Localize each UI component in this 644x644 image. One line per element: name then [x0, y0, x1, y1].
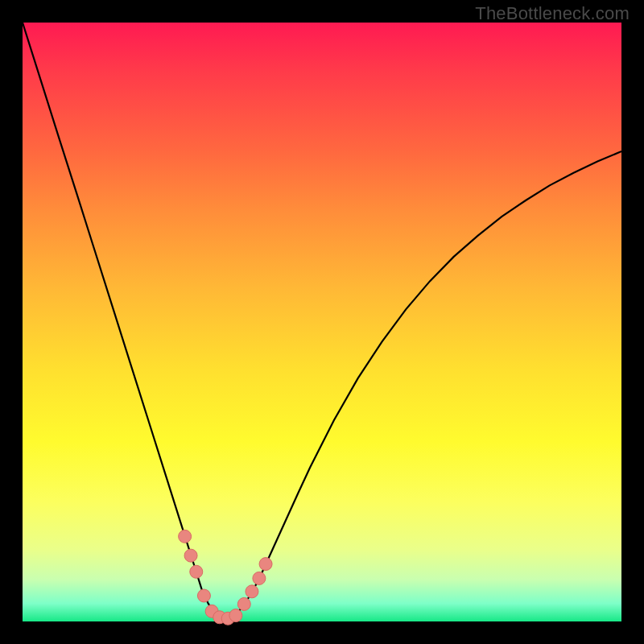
curve-marker	[190, 565, 203, 578]
chart-plot-area	[23, 23, 621, 621]
curve-marker	[179, 530, 192, 543]
curve-markers	[179, 530, 272, 625]
curve-marker	[184, 549, 197, 562]
curve-marker	[246, 585, 258, 598]
curve-marker	[253, 572, 266, 584]
curve-marker	[197, 589, 210, 602]
chart-frame: TheBottleneck.com	[0, 0, 644, 644]
curve-marker	[229, 609, 242, 622]
watermark-text: TheBottleneck.com	[475, 3, 630, 24]
bottleneck-curve	[23, 23, 621, 618]
curve-marker	[237, 597, 250, 610]
curve-marker	[259, 558, 272, 571]
chart-svg	[23, 23, 621, 621]
